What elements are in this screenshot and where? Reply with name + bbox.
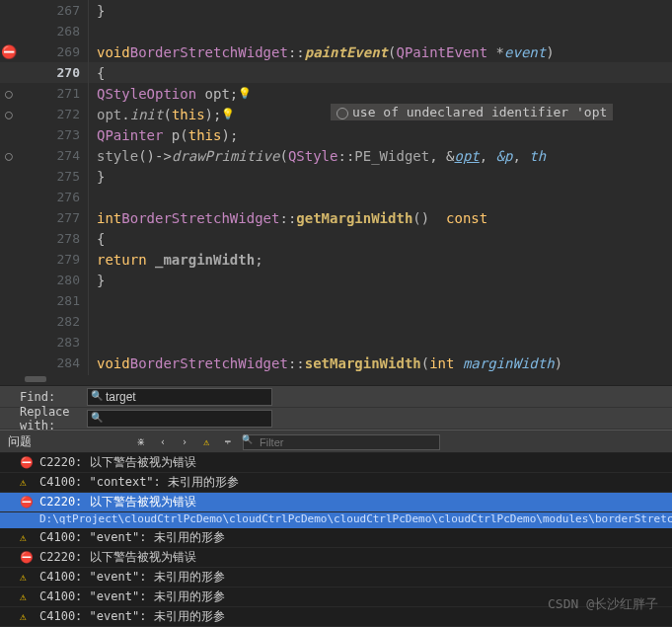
problem-item[interactable]: ⚠C4100: "event": 未引用的形参 [0, 607, 672, 627]
problem-text: C2220: 以下警告被视为错误 [39, 549, 196, 566]
line-number[interactable]: 284 [0, 353, 88, 373]
breakpoint-icon[interactable]: ○ [2, 86, 16, 101]
line-number[interactable]: 277 [0, 207, 88, 228]
find-label: Find: [0, 390, 87, 404]
code-line [89, 290, 672, 311]
code-line: } [89, 270, 672, 290]
line-number[interactable]: 278 [0, 228, 88, 249]
problem-item[interactable]: ⚠C4100: "context": 未引用的形参 [0, 473, 672, 493]
code-line: style()->drawPrimitive(QStyle::PE_Widget… [89, 145, 672, 166]
line-number[interactable]: ⛔269 [0, 41, 88, 62]
line-number[interactable]: 270 [0, 62, 88, 83]
problem-text: C4100: "event": 未引用的形参 [39, 569, 225, 586]
next-icon[interactable]: › [175, 432, 194, 450]
code-line: } [89, 166, 672, 187]
code-line: return _marginWidth; [89, 249, 672, 270]
problem-text: C2220: 以下警告被视为错误 [39, 494, 196, 510]
code-line-current: { [89, 62, 672, 83]
problem-item[interactable]: ⚠C4100: "event": 未引用的形参 [0, 588, 672, 607]
find-input[interactable] [87, 388, 272, 406]
code-line [89, 332, 672, 353]
problem-text: C4100: "event": 未引用的形参 [39, 608, 225, 625]
problems-toolbar: 问题 ⛯ ‹ › ⚠ ⫧ [0, 430, 672, 453]
problem-text: C4100: "context": 未引用的形参 [39, 474, 239, 491]
replace-label: Replace with: [0, 405, 87, 432]
code-line: void BorderStretchWidget::setMarginWidth… [89, 353, 672, 373]
code-line: { [89, 228, 672, 249]
code-line [89, 21, 672, 41]
warning-icon: ⚠ [20, 610, 36, 623]
line-gutter: 267268⛔269270○271○272273○274275276277278… [0, 0, 89, 375]
code-line [89, 187, 672, 207]
warning-filter-icon[interactable]: ⚠ [196, 432, 216, 450]
horizontal-scrollbar[interactable] [0, 375, 672, 385]
warning-icon: ⚠ [20, 531, 36, 544]
breakpoint-icon[interactable]: ○ [2, 148, 16, 163]
lightbulb-icon[interactable]: 💡 [221, 108, 235, 120]
line-number[interactable]: ○271 [0, 83, 88, 104]
code-line: int BorderStretchWidget::getMarginWidth(… [89, 207, 672, 228]
code-line [89, 311, 672, 332]
inline-error-tooltip: use of undeclared identifier 'opt [331, 104, 613, 120]
error-icon: ⛔ [20, 496, 36, 509]
warning-icon: ⚠ [20, 571, 36, 584]
problem-item[interactable]: ⛔C2220: 以下警告被视为错误 [0, 453, 672, 473]
problem-text: C2220: 以下警告被视为错误 [39, 454, 196, 471]
code-line: } [89, 0, 672, 21]
line-number[interactable]: 279 [0, 249, 88, 270]
tree-icon[interactable]: ⛯ [131, 432, 151, 450]
line-number[interactable]: 281 [0, 290, 88, 311]
problem-path: D:\qtProject\cloudCtrlPcDemo\cloudCtrlPc… [0, 512, 672, 528]
code-line: QPainter p(this); [89, 124, 672, 145]
line-number[interactable]: 267 [0, 0, 88, 21]
line-number[interactable]: 275 [0, 166, 88, 187]
code-editor[interactable]: 267268⛔269270○271○272273○274275276277278… [0, 0, 672, 375]
filter-input[interactable] [243, 434, 440, 450]
error-icon: ⛔ [2, 44, 16, 59]
problem-item[interactable]: ⛔C2220: 以下警告被视为错误 [0, 548, 672, 568]
code-area[interactable]: } void BorderStretchWidget::paintEvent(Q… [89, 0, 672, 375]
line-number[interactable]: 282 [0, 311, 88, 332]
warning-icon: ⚠ [20, 476, 36, 489]
problem-text: C4100: "event": 未引用的形参 [39, 588, 225, 605]
line-number[interactable]: ○274 [0, 145, 88, 166]
line-number[interactable]: 268 [0, 21, 88, 41]
line-number[interactable]: ○272 [0, 104, 88, 124]
breakpoint-icon[interactable]: ○ [2, 107, 16, 121]
code-line: QStyleOption opt;💡 [89, 83, 672, 104]
error-icon: ⛔ [20, 456, 36, 469]
line-number[interactable]: 280 [0, 270, 88, 290]
error-icon: ⛔ [20, 551, 36, 564]
problem-item[interactable]: ⚠C4100: "event": 未引用的形参 [0, 568, 672, 588]
lightbulb-icon[interactable]: 💡 [238, 87, 252, 100]
line-number[interactable]: 273 [0, 124, 88, 145]
prev-icon[interactable]: ‹ [153, 432, 173, 450]
problems-list[interactable]: ⛔C2220: 以下警告被视为错误⚠C4100: "context": 未引用的… [0, 453, 672, 627]
funnel-icon[interactable]: ⫧ [218, 432, 238, 450]
problem-item[interactable]: ⛔C2220: 以下警告被视为错误 [0, 493, 672, 512]
replace-input[interactable] [87, 410, 272, 428]
problem-item[interactable]: ⚠C4100: "event": 未引用的形参 [0, 528, 672, 548]
problems-title: 问题 [8, 433, 32, 450]
warning-icon: ⚠ [20, 590, 36, 603]
line-number[interactable]: 283 [0, 332, 88, 353]
code-line: void BorderStretchWidget::paintEvent(QPa… [89, 41, 672, 62]
line-number[interactable]: 276 [0, 187, 88, 207]
problem-text: C4100: "event": 未引用的形参 [39, 529, 225, 546]
find-replace-panel: Find: Replace with: [0, 385, 672, 430]
